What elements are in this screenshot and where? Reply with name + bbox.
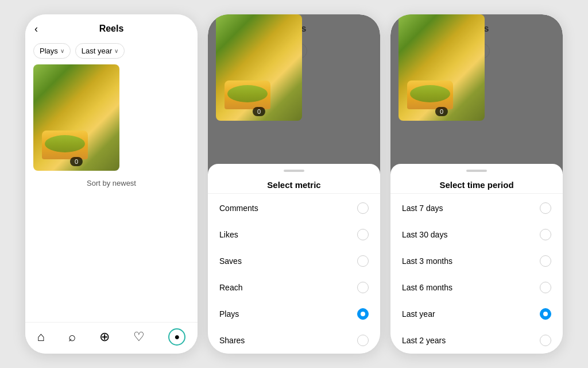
option-likes-label: Likes: [219, 230, 238, 239]
phone1-header: ‹ Reels: [25, 14, 198, 40]
likes-icon[interactable]: ♡: [133, 329, 145, 344]
create-icon[interactable]: ⊕: [99, 329, 110, 344]
reel-count-badge-3: 0: [435, 107, 448, 116]
filter-row: Plays ∨ Last year ∨: [25, 40, 198, 64]
phone-1: ‹ Reels Plays ∨ Last year ∨ 0 Sort by ne…: [25, 14, 198, 354]
lastyear-filter-button[interactable]: Last year ∨: [75, 43, 125, 59]
option-comments-label: Comments: [219, 204, 258, 213]
radio-likes[interactable]: [357, 229, 369, 240]
option-reach[interactable]: Reach: [208, 274, 380, 301]
lastyear-chevron-icon: ∨: [114, 48, 118, 54]
lastyear-filter-label: Last year: [82, 47, 112, 55]
timeperiod-sheet: Select time period Last 7 days Last 30 d…: [390, 164, 563, 354]
radio-7days[interactable]: [540, 202, 551, 214]
sort-label: Sort by newest: [25, 171, 198, 190]
header-title: Reels: [99, 24, 124, 34]
radio-comments[interactable]: [357, 202, 369, 214]
option-2years-label: Last 2 years: [402, 336, 446, 345]
option-shares-label: Shares: [219, 336, 245, 345]
plays-filter-label: Plays: [40, 47, 58, 55]
phone-2: ‹ Reels Plays ∨ Last year ∨ 0 Select met…: [208, 14, 380, 354]
option-saves[interactable]: Saves: [208, 248, 380, 274]
option-lastyear[interactable]: Last year: [390, 301, 563, 327]
reel-count-badge: 0: [70, 157, 83, 166]
metric-sheet: Select metric Comments Likes Saves Reach…: [208, 164, 380, 354]
option-30days[interactable]: Last 30 days: [390, 221, 563, 248]
option-30days-label: Last 30 days: [402, 230, 447, 239]
option-shares[interactable]: Shares: [208, 327, 380, 354]
sheet-title-3: Select time period: [390, 174, 563, 194]
sheet-handle: [284, 170, 304, 172]
option-3months[interactable]: Last 3 months: [390, 248, 563, 274]
radio-plays[interactable]: [357, 308, 369, 320]
plays-chevron-icon: ∨: [60, 48, 64, 54]
reel-thumbnail-2: [216, 14, 302, 121]
bottom-nav: ⌂ ⌕ ⊕ ♡ ●: [25, 322, 198, 354]
sheet-handle-3: [466, 170, 487, 172]
option-lastyear-label: Last year: [402, 309, 435, 319]
home-icon[interactable]: ⌂: [37, 329, 45, 344]
option-3months-label: Last 3 months: [402, 256, 452, 266]
profile-icon[interactable]: ●: [168, 328, 185, 346]
option-7days-label: Last 7 days: [402, 204, 443, 213]
radio-30days[interactable]: [540, 229, 551, 240]
radio-3months[interactable]: [540, 255, 551, 267]
option-plays[interactable]: Plays: [208, 301, 380, 327]
phone-3: ‹ Reels Plays ∨ Last year ∨ 0 Select tim…: [390, 14, 563, 354]
reel-item[interactable]: 0: [33, 64, 119, 171]
radio-reach[interactable]: [357, 282, 369, 293]
search-icon[interactable]: ⌕: [68, 329, 76, 344]
plays-filter-button[interactable]: Plays ∨: [33, 43, 71, 59]
sheet-title: Select metric: [208, 174, 380, 194]
phone1-content: 0 Sort by newest: [25, 64, 198, 322]
reel-item-2: 0: [216, 14, 302, 121]
option-7days[interactable]: Last 7 days: [390, 195, 563, 221]
option-reach-label: Reach: [219, 283, 242, 292]
radio-saves[interactable]: [357, 255, 369, 267]
option-2years[interactable]: Last 2 years: [390, 327, 563, 354]
radio-lastyear[interactable]: [540, 308, 551, 320]
reel-count-badge-2: 0: [253, 107, 265, 116]
option-6months[interactable]: Last 6 months: [390, 274, 563, 301]
option-likes[interactable]: Likes: [208, 221, 380, 248]
radio-6months[interactable]: [540, 282, 551, 293]
option-saves-label: Saves: [219, 256, 242, 266]
reel-thumbnail: [33, 64, 119, 171]
option-6months-label: Last 6 months: [402, 283, 452, 292]
radio-2years[interactable]: [540, 335, 551, 346]
option-plays-label: Plays: [219, 309, 239, 319]
reel-thumbnail-3: [399, 14, 485, 121]
dark-overlay: 0: [208, 14, 380, 175]
dark-overlay-3: 0: [390, 14, 563, 175]
radio-shares[interactable]: [357, 335, 369, 346]
option-comments[interactable]: Comments: [208, 195, 380, 221]
reel-item-3: 0: [399, 14, 485, 121]
back-button[interactable]: ‹: [34, 24, 38, 34]
